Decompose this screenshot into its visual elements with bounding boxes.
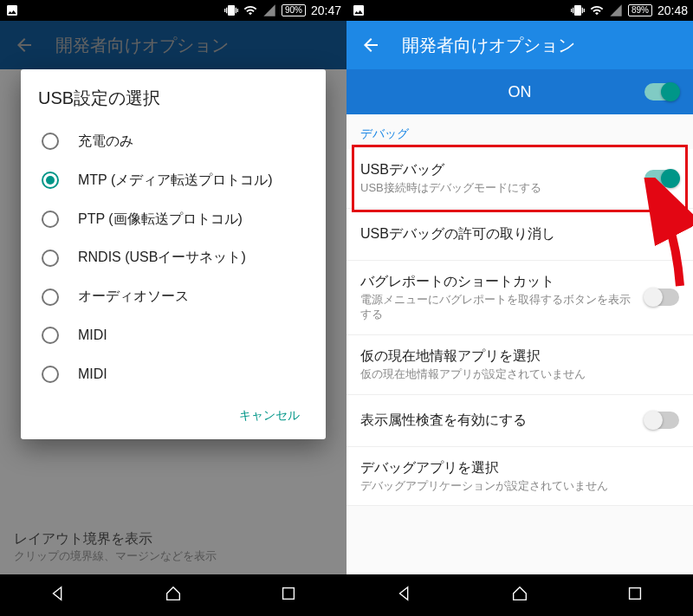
nav-back-icon[interactable]: [49, 584, 68, 606]
clock: 20:47: [311, 3, 341, 17]
wifi-icon: [243, 3, 257, 17]
radio-option[interactable]: オーディオソース: [38, 277, 308, 316]
signal-icon: [262, 3, 276, 17]
image-icon: [352, 3, 366, 17]
item-title: 表示属性検査を有効にする: [360, 412, 638, 430]
battery-badge: 89%: [628, 4, 652, 16]
settings-item[interactable]: USBデバッグの許可の取り消し: [346, 209, 693, 261]
master-toggle[interactable]: [644, 83, 679, 101]
right-pane: 89% 20:48 開発者向けオプション ON デバッグ USBデバッグUSB接…: [346, 0, 693, 616]
nav-recent-icon[interactable]: [279, 584, 298, 606]
battery-badge: 90%: [282, 4, 306, 16]
item-title: デバッグアプリを選択: [360, 459, 672, 477]
dialog-title: USB設定の選択: [38, 87, 308, 110]
image-icon: [5, 3, 19, 17]
settings-item[interactable]: 表示属性検査を有効にする: [346, 395, 693, 447]
item-subtitle: USB接続時はデバッグモードにする: [360, 181, 638, 196]
nav-recent-icon[interactable]: [625, 584, 644, 606]
radio-option[interactable]: MIDI: [38, 355, 308, 394]
radio-label: MTP (メディア転送プロトコル): [78, 172, 273, 190]
radio-icon[interactable]: [42, 133, 59, 150]
status-bar: 89% 20:48: [346, 0, 693, 21]
settings-item[interactable]: 仮の現在地情報アプリを選択仮の現在地情報アプリが設定されていません: [346, 335, 693, 395]
nav-home-icon[interactable]: [164, 584, 183, 606]
clock: 20:48: [657, 3, 688, 17]
item-title: 仮の現在地情報アプリを選択: [360, 347, 672, 366]
section-header: デバッグ: [346, 114, 693, 149]
radio-option[interactable]: MIDI: [38, 316, 308, 355]
radio-icon[interactable]: [42, 211, 59, 228]
nav-home-icon[interactable]: [510, 584, 529, 606]
svg-rect-0: [283, 588, 295, 600]
app-bar: 開発者向けオプション: [346, 21, 693, 69]
item-title: USBデバッグの許可の取り消し: [360, 225, 672, 243]
radio-option[interactable]: PTP (画像転送プロトコル): [38, 200, 308, 239]
radio-option[interactable]: MTP (メディア転送プロトコル): [38, 161, 308, 200]
wifi-icon: [590, 3, 604, 17]
radio-icon[interactable]: [42, 366, 59, 383]
radio-label: PTP (画像転送プロトコル): [78, 211, 243, 229]
status-bar: 90% 20:47: [0, 0, 346, 21]
settings-item[interactable]: デバッグアプリを選択デバッグアプリケーションが設定されていません: [346, 447, 693, 507]
radio-icon[interactable]: [42, 172, 59, 189]
master-switch-row[interactable]: ON: [346, 69, 693, 114]
settings-item[interactable]: バグレポートのショートカット電源メニューにバグレポートを取得するボタンを表示する: [346, 261, 693, 335]
radio-label: オーディオソース: [78, 288, 189, 306]
cancel-button[interactable]: キャンセル: [230, 401, 308, 431]
radio-option[interactable]: RNDIS (USBイーサネット): [38, 238, 308, 277]
back-arrow-icon[interactable]: [360, 35, 381, 55]
nav-back-icon[interactable]: [395, 584, 414, 606]
radio-icon[interactable]: [42, 327, 59, 344]
item-title: バグレポートのショートカット: [360, 273, 638, 291]
toggle-switch[interactable]: [644, 289, 679, 306]
svg-rect-1: [630, 588, 641, 600]
radio-icon[interactable]: [42, 250, 59, 267]
vibrate-icon: [224, 3, 238, 17]
radio-label: RNDIS (USBイーサネット): [78, 249, 246, 267]
radio-icon[interactable]: [42, 289, 59, 306]
item-subtitle: 仮の現在地情報アプリが設定されていません: [360, 367, 672, 382]
radio-label: MIDI: [78, 366, 107, 384]
item-subtitle: デバッグアプリケーションが設定されていません: [360, 479, 672, 494]
left-pane: 90% 20:47 開発者向けオプション レイアウト境界を表示 クリップの境界線…: [0, 0, 346, 616]
navigation-bar: [346, 574, 693, 616]
vibrate-icon: [571, 3, 585, 17]
navigation-bar: [0, 574, 346, 616]
master-switch-label: ON: [395, 83, 644, 101]
radio-label: 充電のみ: [78, 133, 133, 151]
toggle-switch[interactable]: [644, 170, 679, 187]
settings-item[interactable]: USBデバッグUSB接続時はデバッグモードにする: [346, 149, 693, 209]
item-subtitle: 電源メニューにバグレポートを取得するボタンを表示する: [360, 293, 638, 322]
app-bar-title: 開発者向けオプション: [402, 34, 575, 57]
radio-label: MIDI: [78, 327, 107, 345]
item-title: USBデバッグ: [360, 161, 638, 179]
usb-config-dialog: USB設定の選択 充電のみMTP (メディア転送プロトコル)PTP (画像転送プ…: [21, 69, 326, 439]
toggle-switch[interactable]: [644, 412, 679, 429]
radio-option[interactable]: 充電のみ: [38, 122, 308, 161]
signal-icon: [609, 3, 623, 17]
